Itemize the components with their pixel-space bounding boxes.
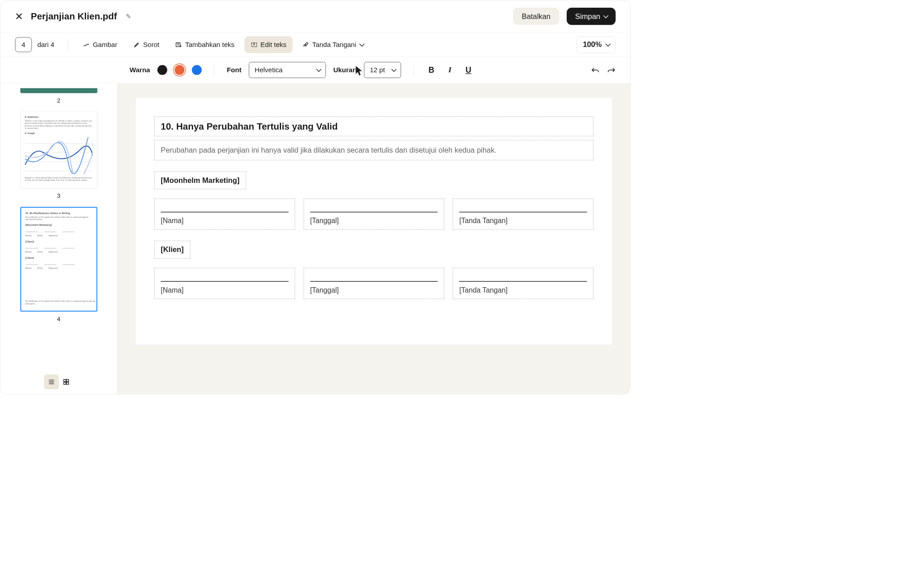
chevron-down-icon bbox=[603, 13, 609, 19]
svg-rect-11 bbox=[64, 382, 66, 384]
list-view-icon[interactable] bbox=[44, 374, 59, 389]
undo-icon[interactable] bbox=[591, 67, 600, 73]
font-dropdown[interactable]: Helvetica bbox=[249, 62, 326, 78]
italic-button[interactable]: I bbox=[444, 65, 456, 75]
signature-row-1: [Nama] [Tanggal] [Tanda Tangan] bbox=[154, 199, 593, 230]
text-add-icon bbox=[176, 41, 182, 48]
date-field[interactable]: [Tanggal] bbox=[304, 199, 444, 230]
section-title: 10. Hanya Perubahan Tertulis yang Valid bbox=[161, 121, 587, 131]
name-field[interactable]: [Nama] bbox=[154, 199, 295, 230]
party2-box[interactable]: [Klien] bbox=[154, 241, 190, 259]
color-blue[interactable] bbox=[192, 65, 202, 75]
thumbnail-sidebar: 2 8. Statistics Statistics is the study … bbox=[0, 83, 117, 394]
text-edit-icon bbox=[250, 41, 257, 48]
close-icon[interactable]: ✕ bbox=[15, 10, 23, 22]
file-title: Perjanjian Klien.pdf bbox=[31, 11, 117, 22]
tool-edit-text[interactable]: Edit teks bbox=[245, 37, 293, 53]
color-black[interactable] bbox=[157, 65, 167, 75]
signature-field[interactable]: [Tanda Tangan] bbox=[453, 268, 594, 299]
size-dropdown[interactable]: 12 pt bbox=[364, 62, 401, 78]
svg-rect-12 bbox=[66, 382, 69, 384]
tool-add-text[interactable]: Tambahkan teks bbox=[169, 37, 241, 53]
tool-draw[interactable]: Gambar bbox=[77, 37, 123, 53]
date-field[interactable]: [Tanggal] bbox=[304, 268, 444, 299]
section-body: Perubahan pada perjanjian ini hanya vali… bbox=[161, 144, 587, 156]
format-bar: Warna Font Helvetica Ukuran 12 pt B I U bbox=[0, 57, 631, 83]
section-title-box[interactable]: 10. Hanya Perubahan Tertulis yang Valid bbox=[154, 117, 593, 136]
svg-rect-10 bbox=[66, 379, 69, 382]
save-label: Simpan bbox=[575, 12, 601, 21]
name-field[interactable]: [Nama] bbox=[154, 268, 295, 299]
thumb-label-2: 2 bbox=[57, 97, 60, 104]
thumb-page-2[interactable] bbox=[20, 88, 97, 93]
zoom-dropdown[interactable]: 100% bbox=[577, 37, 616, 53]
view-toggle bbox=[44, 368, 74, 389]
size-label: Ukuran bbox=[333, 66, 357, 74]
party1-label: [Moonhelm Marketing] bbox=[161, 176, 240, 185]
signature-icon bbox=[302, 41, 309, 48]
thumb-label-3: 3 bbox=[57, 192, 60, 200]
toolbar: 4 dari 4 Gambar Sorot Tambahkan teks bbox=[0, 33, 631, 57]
chevron-down-icon bbox=[605, 42, 611, 47]
chevron-down-icon bbox=[391, 67, 397, 72]
canvas[interactable]: 10. Hanya Perubahan Tertulis yang Valid … bbox=[117, 83, 630, 394]
save-button[interactable]: Simpan bbox=[567, 8, 616, 25]
bold-button[interactable]: B bbox=[426, 65, 437, 75]
pencil-icon[interactable]: ✎ bbox=[126, 13, 131, 20]
grid-view-icon[interactable] bbox=[59, 374, 74, 389]
cancel-button[interactable]: Batalkan bbox=[513, 8, 559, 25]
tool-sign[interactable]: Tanda Tangani bbox=[296, 37, 370, 53]
divider bbox=[413, 65, 414, 76]
thumb-page-4[interactable]: 10. No Modifications Unless in Writing N… bbox=[20, 207, 97, 312]
tool-highlight[interactable]: Sorot bbox=[127, 37, 166, 53]
color-label: Warna bbox=[129, 66, 150, 74]
divider bbox=[214, 65, 215, 76]
divider bbox=[68, 39, 68, 51]
underline-button[interactable]: U bbox=[463, 65, 474, 75]
header: ✕ Perjanjian Klien.pdf ✎ Batalkan Simpan bbox=[0, 0, 631, 33]
highlighter-icon bbox=[133, 41, 140, 48]
font-label: Font bbox=[227, 66, 242, 74]
section-body-box[interactable]: Perubahan pada perjanjian ini hanya vali… bbox=[154, 140, 593, 160]
page-total: dari 4 bbox=[37, 41, 55, 49]
page-input[interactable]: 4 bbox=[15, 37, 32, 52]
svg-rect-9 bbox=[64, 379, 66, 382]
chevron-down-icon bbox=[316, 67, 322, 72]
signature-row-2: [Nama] [Tanggal] [Tanda Tangan] bbox=[154, 268, 593, 299]
thumb-page-3[interactable]: 8. Statistics Statistics is the study an… bbox=[20, 111, 97, 188]
party1-box[interactable]: [Moonhelm Marketing] bbox=[154, 172, 246, 190]
redo-icon[interactable] bbox=[607, 67, 615, 73]
signature-field[interactable]: [Tanda Tangan] bbox=[453, 199, 594, 230]
color-orange[interactable] bbox=[175, 65, 185, 75]
thumb-label-4: 4 bbox=[57, 315, 60, 322]
document-page: 10. Hanya Perubahan Tertulis yang Valid … bbox=[136, 98, 612, 345]
party2-label: [Klien] bbox=[161, 245, 184, 254]
chevron-down-icon bbox=[359, 42, 365, 47]
scribble-icon bbox=[83, 41, 90, 48]
